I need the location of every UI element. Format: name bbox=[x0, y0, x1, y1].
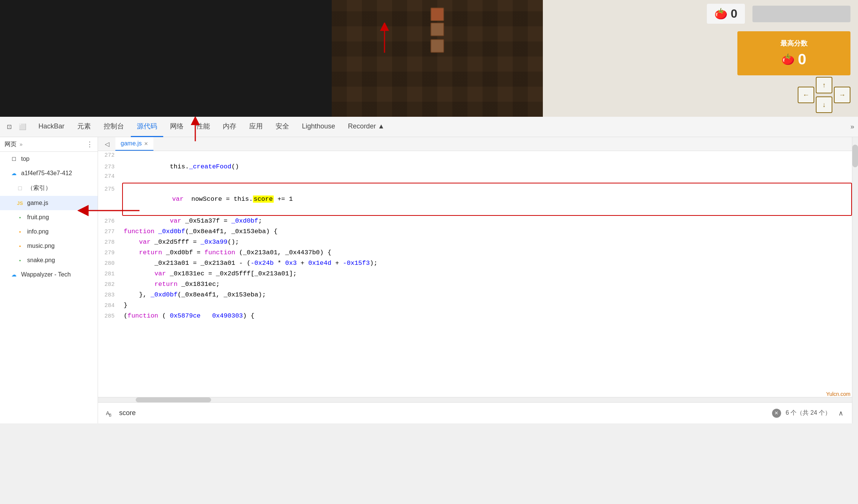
sidebar-item-infopng[interactable]: ▪ info.png bbox=[0, 225, 98, 239]
sidebar-item-top[interactable]: □ top bbox=[0, 152, 98, 166]
tab-performance[interactable]: 性能 bbox=[190, 117, 216, 137]
sidebar-item-fruitpng[interactable]: ▪ fruit.png bbox=[0, 210, 98, 225]
code-line-275: 275 var nowScore = this.score += 1 bbox=[98, 183, 852, 216]
devtools-icon-device[interactable]: ⬜ bbox=[17, 122, 28, 132]
svg-text:B: B bbox=[109, 413, 112, 417]
sidebar-item-index[interactable]: □ （索引） bbox=[0, 180, 98, 196]
code-line-279: 279 return _0xd0bf = function (_0x213a01… bbox=[98, 247, 852, 258]
top-score-row: 🍅 0 bbox=[781, 51, 806, 68]
sidebar-menu-icon[interactable]: ⋮ bbox=[86, 140, 93, 148]
code-content-275: var nowScore = this.score += 1 bbox=[122, 183, 852, 216]
wappalyzer-label: Wappalyzer - Tech bbox=[21, 271, 71, 278]
ctrl-btn-left[interactable]: ← bbox=[798, 87, 814, 103]
search-icon: A B bbox=[104, 408, 115, 418]
code-content-284: } bbox=[121, 300, 852, 310]
snakepng-label: snake.png bbox=[27, 257, 55, 264]
code-line-274: 274 bbox=[98, 172, 852, 183]
search-clear-button[interactable]: ✕ bbox=[772, 409, 781, 418]
score-row: 🍅 0 bbox=[707, 4, 850, 24]
editor-tab-gamejs[interactable]: game.js ✕ bbox=[115, 137, 153, 151]
cloud-icon-a1f4: ☁ bbox=[11, 170, 17, 177]
line-num-274: 274 bbox=[98, 172, 121, 181]
horizontal-scrollbar[interactable] bbox=[98, 397, 852, 402]
tab-memory[interactable]: 内存 bbox=[217, 117, 242, 137]
top-label: top bbox=[21, 156, 29, 162]
code-content-283: }, _0xd0bf(_0x8ea4f1, _0x153eba); bbox=[121, 290, 852, 300]
code-content-279: return _0xd0bf = function (_0x213a01, _0… bbox=[121, 247, 852, 258]
line-num-273: 273 bbox=[98, 163, 121, 172]
ctrl-btn-right[interactable]: → bbox=[834, 87, 850, 103]
tab-application[interactable]: 应用 bbox=[243, 117, 269, 137]
code-line-282: 282 return _0x1831ec; bbox=[98, 279, 852, 290]
code-line-277: 277 function _0xd0bf(_0x8ea4f1, _0x153eb… bbox=[98, 226, 852, 237]
line-num-280: 280 bbox=[98, 259, 121, 268]
sidebar-item-wappalyzer[interactable]: ☁ Wappalyzer - Tech bbox=[0, 267, 98, 282]
tab-security[interactable]: 安全 bbox=[270, 117, 295, 137]
code-area[interactable]: 272 273 this._createFood() 274 275 bbox=[98, 151, 852, 397]
fruitpng-label: fruit.png bbox=[27, 214, 49, 221]
line-num-276: 276 bbox=[98, 217, 121, 226]
line-num-283: 283 bbox=[98, 291, 121, 300]
current-score-value: 0 bbox=[731, 7, 737, 21]
sidebar: 网页 » ⋮ □ top ☁ a1f4ef75-43e7-412 □ （索引） … bbox=[0, 137, 98, 423]
vertical-scrollbar[interactable] bbox=[852, 137, 858, 423]
line-num-285: 285 bbox=[98, 312, 121, 321]
tab-more[interactable]: » bbox=[850, 123, 854, 131]
sidebar-item-snakepng[interactable]: ▪ snake.png bbox=[0, 253, 98, 267]
tab-elements[interactable]: 元素 bbox=[71, 117, 97, 137]
tab-recorder[interactable]: Recorder ▲ bbox=[342, 117, 391, 137]
folder-icon: □ bbox=[11, 156, 17, 162]
right-panel: 🍅 0 最高分数 🍅 0 ← ↑ ↓ → bbox=[543, 0, 858, 117]
editor-tab-label: game.js bbox=[121, 140, 142, 147]
file-infopng-icon: ▪ bbox=[17, 228, 23, 235]
canvas-arrow bbox=[377, 23, 392, 53]
tomato-icon: 🍅 bbox=[714, 8, 728, 20]
top-score-value: 0 bbox=[798, 51, 806, 68]
file-js-icon: JS bbox=[17, 200, 23, 206]
code-content-282: return _0x1831ec; bbox=[121, 279, 852, 289]
code-content-277: function _0xd0bf(_0x8ea4f1, _0x153eba) { bbox=[121, 226, 852, 237]
code-line-272: 272 bbox=[98, 151, 852, 162]
line-num-282: 282 bbox=[98, 280, 121, 289]
ctrl-btn-down[interactable]: ↓ bbox=[816, 96, 832, 113]
sidebar-item-gamejs[interactable]: JS game.js bbox=[0, 196, 98, 210]
code-content-281: var _0x1831ec = _0x2d5fff[_0x213a01]; bbox=[121, 269, 852, 279]
index-label: （索引） bbox=[27, 184, 51, 192]
sidebar-expand-icon[interactable]: » bbox=[20, 141, 23, 147]
devtools-icon-group: ⊡ ⬜ bbox=[4, 122, 28, 132]
line-num-281: 281 bbox=[98, 270, 121, 279]
code-line-285: 285 (function ( 0x5879ce 0x490303) { bbox=[98, 311, 852, 321]
line-num-272: 272 bbox=[98, 151, 121, 160]
infopng-label: info.png bbox=[27, 228, 49, 235]
file-fruitpng-icon: ▪ bbox=[17, 214, 23, 221]
devtools-body: 网页 » ⋮ □ top ☁ a1f4ef75-43e7-412 □ （索引） … bbox=[0, 137, 858, 423]
line-num-284: 284 bbox=[98, 301, 121, 310]
line-num-275: 275 bbox=[98, 185, 121, 194]
file-musicpng-icon: ▪ bbox=[17, 243, 23, 249]
tab-lighthouse[interactable]: Lighthouse bbox=[296, 117, 341, 137]
editor-sidebar-toggle[interactable]: ◁ bbox=[102, 139, 112, 149]
line-num-279: 279 bbox=[98, 249, 121, 258]
code-content-278: var _0x2d5fff = _0x3a99(); bbox=[121, 237, 852, 247]
code-line-284: 284 } bbox=[98, 300, 852, 311]
sidebar-nav-label: 网页 bbox=[5, 141, 17, 148]
watermark: Yulcn.com bbox=[826, 391, 850, 397]
snake-preview bbox=[431, 8, 444, 53]
tab-sources[interactable]: 源代码 bbox=[131, 117, 163, 137]
devtools-icon-pointer[interactable]: ⊡ bbox=[4, 122, 14, 132]
search-scroll-up[interactable]: ∧ bbox=[835, 408, 846, 418]
search-input[interactable] bbox=[119, 409, 768, 417]
code-line-278: 278 var _0x2d5fff = _0x3a99(); bbox=[98, 237, 852, 247]
code-line-273: 273 this._createFood() bbox=[98, 162, 852, 172]
sidebar-item-musicpng[interactable]: ▪ music.png bbox=[0, 239, 98, 253]
editor-tab-close[interactable]: ✕ bbox=[144, 141, 148, 147]
code-content-285: (function ( 0x5879ce 0x490303) { bbox=[121, 311, 852, 321]
devtools-tabs: ⊡ ⬜ HackBar 元素 控制台 源代码 网络 性能 内存 应用 安全 Li… bbox=[0, 117, 858, 137]
tab-hackbar[interactable]: HackBar bbox=[32, 117, 70, 137]
tab-console[interactable]: 控制台 bbox=[98, 117, 130, 137]
code-line-276: 276 var _0x51a37f = _0xd0bf; bbox=[98, 216, 852, 226]
tab-network[interactable]: 网络 bbox=[164, 117, 190, 137]
sidebar-item-a1f4[interactable]: ☁ a1f4ef75-43e7-412 bbox=[0, 166, 98, 180]
ctrl-btn-up[interactable]: ↑ bbox=[816, 77, 832, 93]
game-canvas bbox=[332, 0, 543, 117]
